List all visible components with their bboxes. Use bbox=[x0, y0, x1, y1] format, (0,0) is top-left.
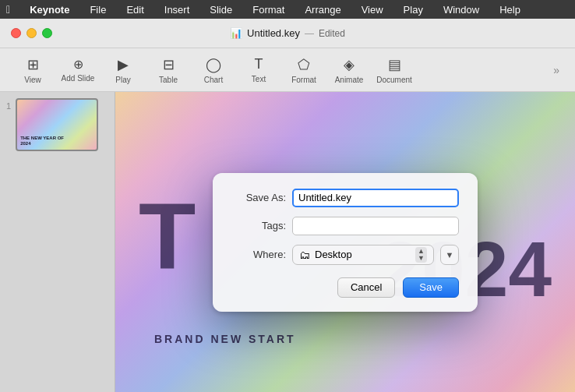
edit-status: Edited bbox=[319, 28, 345, 39]
play-icon: ▶ bbox=[118, 56, 129, 73]
menu-view[interactable]: View bbox=[358, 3, 387, 16]
animate-icon: ◈ bbox=[344, 56, 355, 73]
file-name: Untitled.key bbox=[247, 27, 300, 39]
slide-thumb-text2: 2024 bbox=[20, 141, 93, 147]
add-slide-icon: ⊕ bbox=[73, 57, 83, 72]
where-stepper[interactable]: ▲▼ bbox=[415, 247, 427, 263]
format-icon: ⬠ bbox=[298, 56, 310, 73]
toolbar-animate[interactable]: ◈ Animate bbox=[329, 53, 369, 87]
save-button[interactable]: Save bbox=[403, 277, 459, 298]
slide-thumb-text1: THE NEW YEAR OF bbox=[20, 136, 93, 141]
toolbar-view[interactable]: ⊞ View bbox=[12, 53, 53, 87]
tags-row: Tags: bbox=[231, 217, 459, 235]
add-slide-label: Add Slide bbox=[62, 74, 95, 83]
canvas-area[interactable]: T 2024 BRAND NEW START Save As: Tags: Wh… bbox=[115, 92, 575, 392]
menu-window[interactable]: Window bbox=[439, 3, 483, 16]
save-as-label: Save As: bbox=[231, 192, 286, 203]
animate-label: Animate bbox=[335, 76, 364, 84]
menu-insert[interactable]: Insert bbox=[161, 3, 194, 16]
tags-label: Tags: bbox=[231, 220, 286, 231]
close-button[interactable] bbox=[11, 28, 21, 38]
dialog-overlay: Save As: Tags: Where: 🗂 Desktop ▲▼ bbox=[115, 92, 575, 392]
document-label: Document bbox=[376, 76, 412, 84]
text-icon: T bbox=[255, 56, 263, 72]
slide-thumb-container: 1 THE NEW YEAR OF 2024 bbox=[6, 98, 108, 151]
play-label: Play bbox=[115, 76, 130, 84]
menu-play[interactable]: Play bbox=[400, 3, 427, 16]
table-label: Table bbox=[159, 76, 178, 84]
filename-input[interactable] bbox=[292, 189, 459, 207]
table-icon: ⊟ bbox=[163, 56, 175, 73]
where-row: Where: 🗂 Desktop ▲▼ ▼ bbox=[231, 245, 459, 265]
menu-bar:  Keynote File Edit Insert Slide Format … bbox=[0, 0, 575, 19]
toolbar-document[interactable]: ▤ Document bbox=[374, 53, 414, 87]
chevron-down-icon: ▼ bbox=[446, 250, 454, 260]
main-area: 1 THE NEW YEAR OF 2024 T 2024 BRAND NEW … bbox=[0, 92, 575, 392]
maximize-button[interactable] bbox=[42, 28, 52, 38]
toolbar-play[interactable]: ▶ Play bbox=[103, 53, 143, 87]
traffic-lights bbox=[0, 28, 52, 38]
save-as-row: Save As: bbox=[231, 189, 459, 207]
menu-arrange[interactable]: Arrange bbox=[301, 3, 344, 16]
toolbar: ⊞ View ⊕ Add Slide ▶ Play ⊟ Table ◯ Char… bbox=[0, 48, 575, 92]
menu-slide[interactable]: Slide bbox=[206, 3, 236, 16]
document-icon: ▤ bbox=[388, 56, 401, 73]
where-location: Desktop bbox=[315, 249, 411, 260]
save-dialog: Save As: Tags: Where: 🗂 Desktop ▲▼ bbox=[213, 173, 478, 312]
menu-format[interactable]: Format bbox=[249, 3, 288, 16]
menu-edit[interactable]: Edit bbox=[122, 3, 147, 16]
chart-icon: ◯ bbox=[206, 56, 221, 73]
cancel-button[interactable]: Cancel bbox=[337, 277, 395, 298]
tags-input[interactable] bbox=[292, 217, 459, 235]
toolbar-text[interactable]: T Text bbox=[238, 53, 279, 87]
app-window: 📊 Untitled.key — Edited ⊞ View ⊕ Add Sli… bbox=[0, 19, 575, 392]
toolbar-more-icon[interactable]: » bbox=[550, 61, 563, 79]
view-label: View bbox=[24, 76, 41, 84]
view-icon: ⊞ bbox=[27, 56, 39, 73]
slide-panel: 1 THE NEW YEAR OF 2024 bbox=[0, 92, 115, 392]
dialog-buttons: Cancel Save bbox=[231, 277, 459, 298]
menu-keynote[interactable]: Keynote bbox=[26, 3, 73, 16]
text-label: Text bbox=[252, 75, 266, 83]
toolbar-format[interactable]: ⬠ Format bbox=[284, 53, 324, 87]
slide-thumbnail[interactable]: THE NEW YEAR OF 2024 bbox=[16, 98, 98, 151]
where-select[interactable]: 🗂 Desktop ▲▼ bbox=[292, 245, 434, 265]
title-center: 📊 Untitled.key — Edited bbox=[0, 27, 575, 39]
title-bar: 📊 Untitled.key — Edited bbox=[0, 19, 575, 48]
format-label: Format bbox=[291, 76, 316, 84]
menu-file[interactable]: File bbox=[86, 3, 110, 16]
toolbar-table[interactable]: ⊟ Table bbox=[148, 53, 189, 87]
file-icon: 📊 bbox=[230, 27, 242, 39]
slide-number: 1 bbox=[6, 101, 11, 111]
minimize-button[interactable] bbox=[26, 28, 37, 38]
chart-label: Chart bbox=[204, 76, 223, 84]
folder-icon: 🗂 bbox=[299, 249, 310, 261]
title-dash: — bbox=[305, 28, 314, 39]
apple-menu[interactable]:  bbox=[6, 3, 10, 16]
where-label: Where: bbox=[231, 249, 286, 260]
toolbar-add-slide[interactable]: ⊕ Add Slide bbox=[58, 53, 98, 87]
where-expand-button[interactable]: ▼ bbox=[440, 245, 459, 265]
toolbar-chart[interactable]: ◯ Chart bbox=[193, 53, 234, 87]
menu-help[interactable]: Help bbox=[496, 3, 524, 16]
